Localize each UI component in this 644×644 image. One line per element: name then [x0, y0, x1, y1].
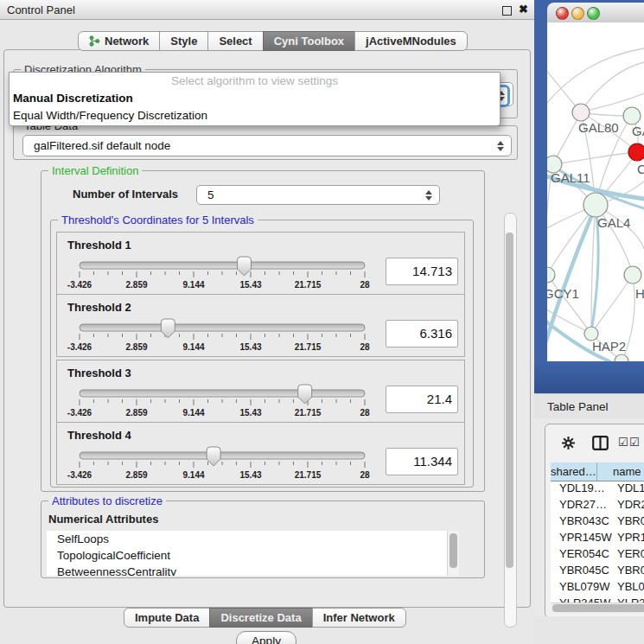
network-node[interactable]	[623, 107, 641, 124]
network-node[interactable]	[624, 266, 641, 284]
tab-select[interactable]: Select	[207, 31, 263, 51]
threshold-slider[interactable]: -3.4262.8599.14415.4321.71528	[73, 382, 373, 418]
threshold-slider[interactable]: -3.4262.8599.14415.4321.71528	[73, 444, 373, 481]
threshold-slider[interactable]: -3.4262.8599.14415.4321.71528	[73, 254, 373, 290]
apply-button[interactable]: Apply	[236, 631, 296, 644]
tab-impute-data[interactable]: Impute Data	[124, 608, 210, 628]
application-window: Control Panel ✖ NetworkStyleSelectCyni T…	[0, 0, 644, 644]
panel-scrollbar[interactable]	[504, 213, 517, 628]
svg-text:15.43: 15.43	[239, 408, 261, 418]
svg-text:2.859: 2.859	[125, 470, 147, 480]
threshold-label: Threshold 3	[67, 367, 131, 379]
slider-thumb[interactable]	[161, 319, 175, 338]
scrollbar-thumb[interactable]	[552, 604, 644, 612]
gear-icon[interactable]	[561, 436, 576, 450]
slider-thumb[interactable]	[207, 447, 220, 466]
svg-text:9.144: 9.144	[182, 342, 204, 352]
cell-shared-name: YLR345W	[551, 596, 613, 603]
checkbox-icon[interactable]: ☑	[629, 436, 640, 449]
svg-text:21.715: 21.715	[295, 470, 322, 480]
algorithm-option[interactable]: Manual Discretization	[10, 90, 500, 107]
svg-text:-3.426: -3.426	[67, 408, 92, 418]
tab-infer-network[interactable]: Infer Network	[312, 608, 406, 628]
network-node[interactable]	[628, 143, 644, 161]
cell-name: YPR1	[613, 531, 644, 547]
group-title: Interval Definition	[48, 164, 142, 177]
tab-jactivemnodules[interactable]: jActiveMNodules	[354, 31, 468, 51]
slider-thumb[interactable]	[298, 385, 312, 404]
attribute-list-item[interactable]: TopologicalCoefficient	[47, 547, 447, 564]
panel-title: Control Panel	[7, 3, 75, 16]
svg-text:21.715: 21.715	[295, 408, 322, 418]
table-row[interactable]: YPR145WYPR1	[551, 531, 644, 547]
table-hscrollbar[interactable]	[551, 603, 644, 614]
attribute-list-item[interactable]: SelfLoops	[47, 531, 447, 547]
table-row[interactable]: YBL079WYBL0	[551, 580, 644, 596]
svg-text:28: 28	[360, 408, 370, 418]
network-node[interactable]	[583, 193, 608, 217]
column-header[interactable]: name	[597, 462, 644, 481]
combo-value: galFiltered.sif default node	[34, 136, 170, 156]
scrollbar-thumb[interactable]	[506, 233, 513, 568]
threshold-value-field[interactable]: 21.4	[386, 386, 458, 413]
svg-text:28: 28	[360, 470, 370, 480]
scrollbar-thumb[interactable]	[450, 533, 457, 568]
tab-discretize-data[interactable]: Discretize Data	[209, 608, 312, 628]
slider-thumb[interactable]	[237, 257, 251, 276]
tab-network[interactable]: Network	[78, 31, 160, 51]
network-node[interactable]	[615, 354, 628, 361]
attribute-list-item[interactable]: BetweennessCentrality	[47, 564, 447, 576]
tab-label: Cyni Toolbox	[274, 32, 344, 50]
interval-definition-group: Interval Definition Number of Intervals …	[41, 170, 485, 492]
tab-label: Discretize Data	[220, 609, 301, 627]
svg-text:28: 28	[360, 280, 370, 290]
tab-style[interactable]: Style	[159, 31, 208, 51]
panel-title: Table Panel	[547, 400, 609, 413]
svg-text:15.43: 15.43	[239, 280, 261, 290]
network-window-titlebar	[547, 3, 644, 23]
split-columns-icon[interactable]	[592, 436, 609, 450]
network-node[interactable]	[547, 267, 555, 283]
list-scrollbar[interactable]	[447, 531, 459, 576]
threshold-slider[interactable]: -3.4262.8599.14415.4321.71528	[73, 316, 373, 353]
tab-label: Style	[170, 32, 197, 50]
control-panel: Control Panel ✖ NetworkStyleSelectCyni T…	[0, 0, 534, 644]
cell-name: YBL0	[613, 580, 644, 596]
cell-name: YLR3	[613, 596, 644, 603]
threshold-value-field[interactable]: 6.316	[386, 320, 458, 348]
cell-name: YDR2	[613, 498, 644, 514]
svg-text:9.144: 9.144	[182, 280, 204, 290]
table-data-combo[interactable]: galFiltered.sif default node	[22, 135, 512, 156]
float-window-icon[interactable]	[502, 6, 512, 16]
table-row[interactable]: YLR345WYLR3	[551, 596, 644, 603]
maximize-traffic-light-icon[interactable]	[587, 7, 600, 20]
node-label: GAL11	[551, 170, 590, 185]
network-node[interactable]	[572, 104, 590, 121]
algorithm-dropdown-popup: Select algorithm to view settingsManual …	[9, 72, 501, 126]
column-header[interactable]: shared…	[551, 462, 597, 481]
numerical-attributes-list[interactable]: SelfLoopsTopologicalCoefficientBetweenne…	[47, 531, 447, 576]
minimize-traffic-light-icon[interactable]	[571, 7, 584, 20]
table-row[interactable]: YDR27…YDR2	[551, 498, 644, 514]
algorithm-option[interactable]: Equal Width/Frequency Discretization	[10, 107, 500, 124]
threshold-value-field[interactable]: 14.713	[386, 258, 458, 285]
svg-text:-3.426: -3.426	[67, 470, 92, 480]
status-area	[534, 616, 644, 644]
node-label: C	[637, 162, 644, 176]
table-row[interactable]: YBR045CYBR0	[551, 564, 644, 580]
table-toolbar: ☑ ☑	[545, 424, 644, 462]
tab-cyni-toolbox[interactable]: Cyni Toolbox	[263, 31, 355, 51]
checkbox-icon[interactable]: ☑	[618, 436, 628, 449]
table-row[interactable]: YDL19…YDL1	[551, 481, 644, 498]
spinner-arrows-icon	[425, 190, 432, 201]
table-row[interactable]: YER054CYER0	[551, 547, 644, 564]
table-row[interactable]: YBR043CYBR0	[551, 514, 644, 531]
node-label: H	[635, 286, 644, 301]
network-graph-canvas[interactable]: GAL80GACGAL11GAL4GCY1HHAP2	[547, 22, 644, 361]
number-of-intervals-combo[interactable]: 5	[196, 185, 440, 205]
threshold-value-field[interactable]: 11.344	[386, 448, 458, 475]
threshold-panel: Threshold 4-3.4262.8599.14415.4321.71528…	[56, 422, 465, 485]
cell-shared-name: YPR145W	[551, 531, 613, 547]
close-icon[interactable]: ✖	[519, 3, 528, 16]
close-traffic-light-icon[interactable]	[556, 7, 569, 20]
